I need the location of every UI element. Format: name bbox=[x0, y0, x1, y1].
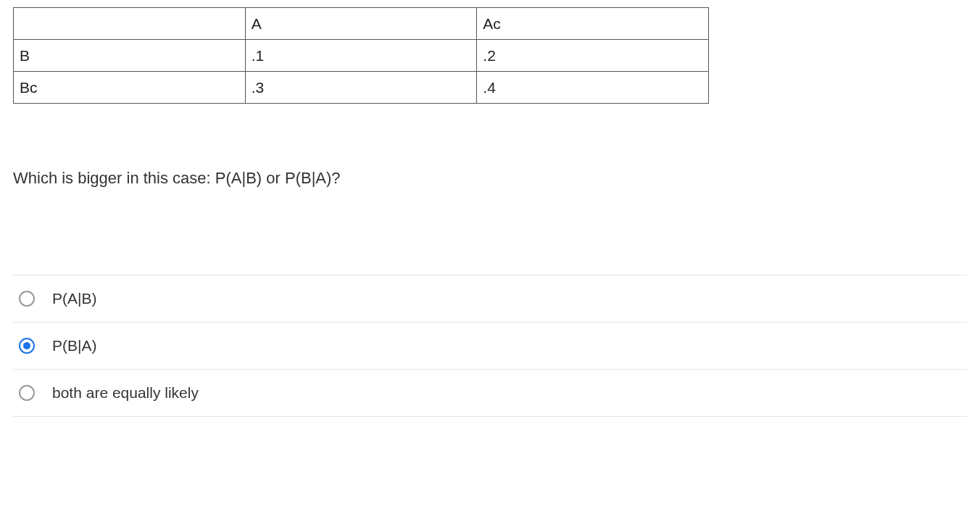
option-label: both are equally likely bbox=[52, 384, 199, 402]
radio-icon bbox=[19, 291, 35, 307]
table-cell: Bc bbox=[14, 72, 246, 104]
table-row: B .1 .2 bbox=[14, 40, 709, 72]
table-cell bbox=[14, 8, 246, 40]
table-cell: A bbox=[245, 8, 477, 40]
option-p-b-given-a[interactable]: P(B|A) bbox=[13, 322, 967, 369]
probability-table: A Ac B .1 .2 Bc .3 .4 bbox=[13, 7, 709, 104]
radio-icon bbox=[19, 338, 35, 354]
options-group: P(A|B) P(B|A) both are equally likely bbox=[13, 275, 967, 417]
table-row: Bc .3 .4 bbox=[14, 72, 709, 104]
table-cell: B bbox=[14, 40, 246, 72]
question-text: Which is bigger in this case: P(A|B) or … bbox=[13, 169, 967, 188]
option-equally-likely[interactable]: both are equally likely bbox=[13, 369, 967, 417]
table-cell: Ac bbox=[477, 8, 709, 40]
option-label: P(B|A) bbox=[52, 337, 96, 354]
table-cell: .2 bbox=[477, 40, 709, 72]
table-cell: .4 bbox=[477, 72, 709, 104]
radio-icon bbox=[19, 385, 35, 401]
option-label: P(A|B) bbox=[52, 290, 96, 307]
table-cell: .3 bbox=[245, 72, 477, 104]
table-cell: .1 bbox=[245, 40, 477, 72]
option-p-a-given-b[interactable]: P(A|B) bbox=[13, 275, 967, 322]
table-row: A Ac bbox=[14, 8, 709, 40]
